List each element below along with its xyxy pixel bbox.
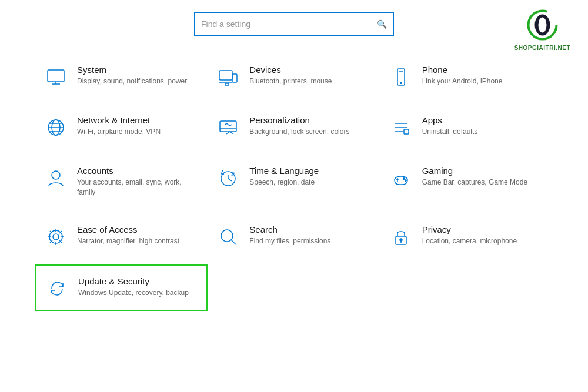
svg-point-31 xyxy=(403,178,404,179)
search-icon: 🔍 xyxy=(377,19,387,29)
setting-item-accounts[interactable]: Accounts Your accounts, email, sync, wor… xyxy=(35,155,208,208)
setting-item-system[interactable]: System Display, sound, notifications, po… xyxy=(35,54,208,99)
search-box[interactable]: 🔍 xyxy=(194,12,394,36)
setting-item-time[interactable]: A あ Time & Language Speech, region, date xyxy=(208,155,380,208)
system-text: System Display, sound, notifications, po… xyxy=(77,65,187,86)
network-text: Network & Internet Wi-Fi, airplane mode,… xyxy=(77,115,161,137)
devices-desc: Bluetooth, printers, mouse xyxy=(249,76,332,86)
search-input[interactable] xyxy=(201,19,377,29)
ease-icon xyxy=(44,226,68,248)
setting-item-search[interactable]: Search Find my files, permissions xyxy=(208,214,380,259)
svg-text:あ: あ xyxy=(231,171,236,176)
gaming-icon xyxy=(389,167,413,189)
accounts-text: Accounts Your accounts, email, sync, wor… xyxy=(77,166,199,197)
time-desc: Speech, region, date xyxy=(249,177,319,187)
svg-line-44 xyxy=(231,240,236,244)
svg-rect-6 xyxy=(219,71,232,80)
update-icon xyxy=(45,277,69,300)
devices-text: Devices Bluetooth, printers, mouse xyxy=(249,65,332,86)
privacy-text: Privacy Location, camera, microphone xyxy=(422,225,517,246)
devices-title: Devices xyxy=(249,65,332,75)
apps-desc: Uninstall, defaults xyxy=(422,127,478,137)
time-icon: A あ xyxy=(216,167,240,189)
privacy-desc: Location, camera, microphone xyxy=(422,236,517,246)
devices-icon xyxy=(216,66,240,88)
personalization-title: Personalization xyxy=(249,115,349,125)
svg-rect-3 xyxy=(48,70,64,82)
search-text: Search Find my files, permissions xyxy=(249,225,330,246)
apps-text: Apps Uninstall, defaults xyxy=(422,115,478,137)
network-icon xyxy=(44,116,68,139)
apps-icon xyxy=(389,116,413,139)
setting-item-apps[interactable]: Apps Uninstall, defaults xyxy=(380,105,553,149)
apps-title: Apps xyxy=(422,115,478,125)
setting-item-phone[interactable]: Phone Link your Android, iPhone xyxy=(380,54,553,99)
phone-text: Phone Link your Android, iPhone xyxy=(422,65,503,86)
update-title: Update & Security xyxy=(78,276,189,286)
time-text: Time & Language Speech, region, date xyxy=(249,166,319,187)
logo: SHOPGIAITRI.NET xyxy=(514,9,570,51)
ease-title: Ease of Access xyxy=(77,225,179,234)
svg-rect-18 xyxy=(220,121,236,132)
setting-item-personalization[interactable]: Personalization Background, lock screen,… xyxy=(208,105,380,149)
ease-desc: Narrator, magnifier, high contrast xyxy=(77,236,179,246)
svg-point-2 xyxy=(538,18,546,33)
ease-text: Ease of Access Narrator, magnifier, high… xyxy=(77,225,179,246)
personalization-desc: Background, lock screen, colors xyxy=(249,127,349,137)
privacy-title: Privacy xyxy=(422,225,517,234)
svg-point-23 xyxy=(52,171,60,179)
phone-desc: Link your Android, iPhone xyxy=(422,76,503,86)
phone-title: Phone xyxy=(422,65,503,75)
accounts-desc: Your accounts, email, sync, work, family xyxy=(77,177,199,197)
logo-image xyxy=(526,9,559,41)
logo-text: SHOPGIAITRI.NET xyxy=(514,45,570,51)
personalization-text: Personalization Background, lock screen,… xyxy=(249,115,349,137)
gaming-title: Gaming xyxy=(422,166,527,176)
search-title: Search xyxy=(249,225,330,234)
update-text: Update & Security Windows Update, recove… xyxy=(78,276,189,298)
setting-item-gaming[interactable]: Gaming Game Bar, captures, Game Mode xyxy=(380,155,553,208)
svg-rect-7 xyxy=(232,74,237,82)
setting-item-network[interactable]: Network & Internet Wi-Fi, airplane mode,… xyxy=(35,105,208,149)
network-desc: Wi-Fi, airplane mode, VPN xyxy=(77,127,161,137)
header: 🔍 SHOPGIAITRI.NET xyxy=(0,0,588,42)
svg-rect-22 xyxy=(404,129,409,134)
search-desc: Find my files, permissions xyxy=(249,236,330,246)
setting-item-devices[interactable]: Devices Bluetooth, printers, mouse xyxy=(208,54,380,99)
svg-point-32 xyxy=(405,180,406,181)
accounts-title: Accounts xyxy=(77,166,199,176)
system-title: System xyxy=(77,65,187,75)
svg-point-46 xyxy=(400,239,402,241)
setting-item-ease[interactable]: Ease of Access Narrator, magnifier, high… xyxy=(35,214,208,259)
gaming-text: Gaming Game Bar, captures, Game Mode xyxy=(422,166,527,187)
system-desc: Display, sound, notifications, power xyxy=(77,76,187,86)
svg-rect-9 xyxy=(225,83,229,85)
setting-item-update[interactable]: Update & Security Windows Update, recove… xyxy=(35,264,208,311)
personalization-icon xyxy=(216,116,240,139)
svg-point-34 xyxy=(53,234,59,240)
setting-item-privacy[interactable]: Privacy Location, camera, microphone xyxy=(380,214,553,259)
accounts-icon xyxy=(44,167,68,189)
search-icon xyxy=(216,226,240,248)
svg-line-26 xyxy=(228,179,232,181)
privacy-icon xyxy=(389,226,413,248)
update-desc: Windows Update, recovery, backup xyxy=(78,288,189,298)
phone-icon xyxy=(389,66,413,88)
network-title: Network & Internet xyxy=(77,115,161,125)
svg-point-12 xyxy=(400,82,401,83)
gaming-desc: Game Bar, captures, Game Mode xyxy=(422,177,527,187)
settings-grid: System Display, sound, notifications, po… xyxy=(0,42,588,323)
system-icon xyxy=(44,66,68,88)
time-title: Time & Language xyxy=(249,166,319,176)
svg-text:A: A xyxy=(220,170,225,176)
